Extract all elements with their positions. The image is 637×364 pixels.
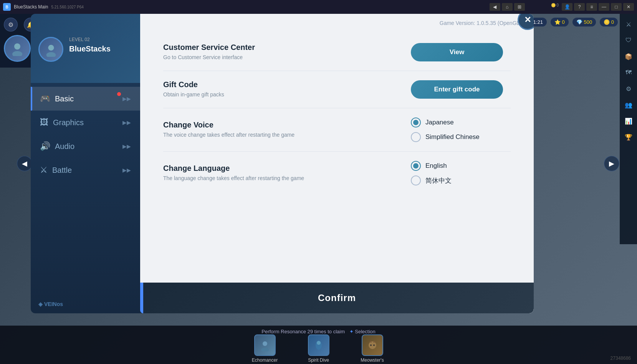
sidebar-username: BlueStacks <box>69 45 111 53</box>
sidebar-item-graphics[interactable]: 🖼 Graphics ▶▶ <box>31 111 140 134</box>
sidebar-item-battle[interactable]: ⚔ Battle ▶▶ <box>31 158 140 182</box>
language-english-label: English <box>425 162 447 170</box>
settings-dialog: LEVEL 02 BlueStacks 🎮 Basic ▶▶ 🖼 Graphic… <box>31 14 534 313</box>
customer-service-desc: Go to Customer Service interface <box>163 53 411 61</box>
voice-simplified-chinese-option[interactable]: Simplified Chinese <box>411 132 480 142</box>
gamepad-icon: 🎮 <box>40 94 50 104</box>
sidebar-level: LEVEL 02 <box>69 37 90 42</box>
view-button[interactable]: View <box>411 43 503 61</box>
sidebar-item-label-audio: Audio <box>55 142 74 151</box>
svg-point-0 <box>14 43 20 50</box>
app-title: BlueStacks Main <box>14 4 48 10</box>
app-version: 5.21.560.1027 P64 <box>51 5 84 9</box>
svg-point-12 <box>373 344 375 346</box>
svg-point-2 <box>48 45 54 50</box>
menu-btn[interactable]: ≡ <box>586 3 597 11</box>
right-icon-3[interactable]: 📦 <box>622 50 635 63</box>
meowsters-label: Meowster's <box>361 357 384 363</box>
battle-icon: ⚔ <box>40 165 48 175</box>
change-voice-title: Change Voice <box>163 121 411 129</box>
spirit-dive-label: Spirit Dive <box>308 357 329 363</box>
gift-code-title: Gift Code <box>163 80 411 89</box>
char-meowsters[interactable]: Meowster's <box>346 334 399 363</box>
echomancer-label: Echomancer <box>252 357 278 363</box>
titlebar: B BlueStacks Main 5.21.560.1027 P64 ◀ ⌂ … <box>0 0 637 14</box>
close-btn[interactable]: ✕ <box>623 3 634 11</box>
sidebar-item-label-battle: Battle <box>52 166 72 175</box>
right-panel: ⚔ 🛡 📦 🗺 ⚙ 👥 📊 🏆 <box>620 14 637 244</box>
spirit-dive-icon <box>308 334 329 356</box>
bottom-bar: Perform Resonance 29 times to claim ✦ Se… <box>0 326 637 364</box>
voice-simplified-chinese-radio[interactable] <box>411 132 421 142</box>
sidebar-header: LEVEL 02 BlueStacks <box>31 14 140 83</box>
confirm-button[interactable]: Confirm <box>287 285 387 311</box>
right-icon-7[interactable]: 📊 <box>622 114 635 127</box>
language-simplified-chinese-radio[interactable] <box>411 175 421 185</box>
help-btn[interactable]: ? <box>574 3 585 11</box>
notification-dot <box>117 92 121 96</box>
right-icon-5[interactable]: ⚙ <box>622 82 635 95</box>
voice-japanese-radio[interactable] <box>411 117 421 127</box>
nav-left-arrow[interactable]: ◀ <box>17 156 32 171</box>
sidebar-avatar <box>38 37 63 62</box>
sidebar-item-label-basic: Basic <box>55 94 74 103</box>
sidebar-item-audio[interactable]: 🔊 Audio ▶▶ <box>31 134 140 158</box>
account-btn[interactable]: 👤 <box>562 3 572 11</box>
right-icon-8[interactable]: 🏆 <box>622 131 635 144</box>
player-avatar <box>4 35 31 62</box>
change-voice-desc: The voice change takes effect after rest… <box>163 131 411 139</box>
sidebar-item-basic[interactable]: 🎮 Basic ▶▶ <box>31 87 140 111</box>
svg-point-3 <box>46 52 56 56</box>
customer-service-title: Customer Service Center <box>163 43 411 52</box>
svg-point-5 <box>261 348 269 351</box>
gift-code-row: Gift Code Obtain in-game gift packs Ente… <box>163 71 511 108</box>
maximize-btn[interactable]: □ <box>611 3 622 11</box>
language-english-radio[interactable] <box>411 161 421 171</box>
right-icon-4[interactable]: 🗺 <box>622 66 635 79</box>
arrow-right-icon: ▶▶ <box>122 96 131 102</box>
gear-icon[interactable]: ⚙ <box>4 18 18 31</box>
arrow-right-icon-2: ▶▶ <box>122 119 131 126</box>
confirm-bar: Confirm <box>140 283 534 313</box>
game-version-label: Game Version: 1.0.5.35 (OpenGL) <box>440 20 521 26</box>
change-language-row: Change Language The language change take… <box>163 152 511 195</box>
vein-logo: ◈ VEINos <box>38 301 63 307</box>
main-header: Game Version: 1.0.5.35 (OpenGL) <box>140 14 534 26</box>
minimize-btn[interactable]: — <box>599 3 609 11</box>
graphics-icon: 🖼 <box>40 117 48 127</box>
hud-currency3: 🪙 0 <box>600 18 618 26</box>
settings-body: Customer Service Center Go to Customer S… <box>140 26 534 283</box>
language-english-option[interactable]: English <box>411 161 447 171</box>
tabs-btn[interactable]: ⊞ <box>514 3 525 11</box>
right-icon-2[interactable]: 🛡 <box>622 34 635 47</box>
home-btn[interactable]: ⌂ <box>502 3 513 11</box>
nav-right-arrow[interactable]: ▶ <box>604 156 619 171</box>
language-simplified-chinese-option[interactable]: 简休中文 <box>411 175 452 185</box>
hud-currency1: ⭐ 0 <box>551 18 569 26</box>
change-language-control: English 简休中文 <box>411 161 511 185</box>
voice-japanese-option[interactable]: Japanese <box>411 117 454 127</box>
svg-point-1 <box>12 51 22 56</box>
app-icon: B <box>3 3 11 11</box>
game-id: 27348686 <box>611 356 631 361</box>
right-icon-6[interactable]: 👥 <box>622 98 635 111</box>
change-language-title: Change Language <box>163 164 411 173</box>
svg-point-11 <box>370 344 372 346</box>
confirm-progress-bar <box>140 283 143 313</box>
char-spirit-dive[interactable]: Spirit Dive <box>292 334 346 363</box>
char-echomancer[interactable]: Echomancer <box>238 334 292 363</box>
language-simplified-chinese-label: 简休中文 <box>425 176 452 185</box>
voice-japanese-label: Japanese <box>425 119 454 126</box>
svg-point-8 <box>369 341 376 349</box>
customer-service-row: Customer Service Center Go to Customer S… <box>163 34 511 71</box>
back-btn[interactable]: ◀ <box>490 3 500 11</box>
settings-main-content: ✕ Game Version: 1.0.5.35 (OpenGL) Custom… <box>140 14 534 313</box>
right-icon-1[interactable]: ⚔ <box>622 18 635 31</box>
settings-sidebar: LEVEL 02 BlueStacks 🎮 Basic ▶▶ 🖼 Graphic… <box>31 14 140 313</box>
resonance-text: Perform Resonance 29 times to claim ✦ Se… <box>261 329 376 334</box>
svg-point-4 <box>263 341 267 346</box>
enter-gift-code-button[interactable]: Enter gift code <box>411 80 503 99</box>
change-voice-label: Change Voice The voice change takes effe… <box>163 121 411 139</box>
gift-code-control: Enter gift code <box>411 80 511 99</box>
sidebar-nav: 🎮 Basic ▶▶ 🖼 Graphics ▶▶ 🔊 Audio ▶▶ ⚔ Ba… <box>31 83 140 295</box>
